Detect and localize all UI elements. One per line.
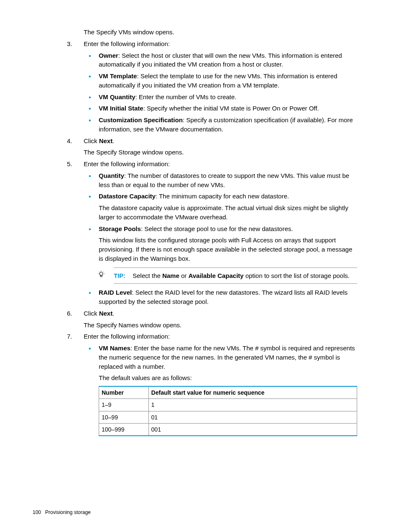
table-cell: 100–999 (99, 423, 149, 436)
table-cell: 1 (148, 399, 357, 411)
step-lead-bold: Next (99, 310, 113, 317)
table-cell: 10–99 (99, 411, 149, 423)
step-number: 6. (67, 309, 72, 318)
step-7-bullets: VM Names: Enter the base name for the ne… (84, 344, 357, 436)
tip-block: TIP: Select the Name or Available Capaci… (114, 267, 357, 284)
document-body: The Specify VMs window opens. 3. Enter t… (67, 28, 357, 436)
bullet-label: VM Initial State (99, 105, 143, 112)
tip-text-pre: Select the (133, 272, 162, 279)
step-3-bullets: Owner: Select the host or cluster that w… (84, 51, 357, 134)
bullet-text: : The number of datastores to create to … (99, 172, 349, 188)
step-after: The Specify Names window opens. (84, 321, 357, 330)
bullet-vm-template: VM Template: Select the template to use … (84, 72, 357, 90)
tip-text-post: option to sort the list of storage pools… (243, 272, 349, 279)
step-4: 4. Click Next. The Specify Storage windo… (67, 136, 357, 157)
table-header-number: Number (99, 386, 149, 399)
bullet-vm-names: VM Names: Enter the base name for the ne… (84, 344, 357, 436)
table-header-default: Default start value for numeric sequence (148, 386, 357, 399)
bullet-vm-quantity: VM Quantity: Enter the number of VMs to … (84, 93, 357, 102)
bullet-storage-pools: Storage Pools: Select the storage pool t… (84, 224, 357, 284)
lightbulb-icon (97, 270, 105, 279)
bullet-vm-initial-state: VM Initial State: Specify whether the in… (84, 104, 357, 113)
step-lead-post: . (113, 137, 114, 144)
bullet-text: : Enter the base name for the new VMs. T… (99, 344, 355, 370)
step-lead-post: . (113, 310, 114, 317)
table-cell: 01 (148, 411, 357, 423)
step-6: 6. Click Next. The Specify Names window … (67, 309, 357, 330)
bullet-label: Storage Pools (99, 225, 141, 232)
step-lead-pre: Click (84, 137, 99, 144)
bullet-label: VM Template (99, 72, 137, 80)
bullet-text: : Specify whether the initial VM state i… (143, 105, 319, 112)
bullet-label: Owner (99, 52, 118, 59)
step-lead: Enter the following information: (84, 160, 170, 167)
step-5-bullets: Quantity: The number of datastores to cr… (84, 171, 357, 306)
step-lead: Enter the following information: (84, 333, 170, 340)
table-cell: 1–9 (99, 399, 149, 411)
bullet-text: : Select the RAID level for the new data… (99, 289, 348, 305)
svg-rect-6 (100, 275, 102, 277)
step-number: 5. (67, 159, 72, 169)
step-number: 7. (67, 332, 72, 341)
bullet-extra: The datastore capacity value is approxim… (99, 203, 357, 222)
step-3: 3. Enter the following information: Owne… (67, 39, 357, 134)
table-header-row: Number Default start value for numeric s… (99, 386, 357, 399)
bullet-text: : Enter the number of VMs to create. (136, 93, 237, 100)
step-7: 7. Enter the following information: VM N… (67, 332, 357, 436)
tip-bold-1: Name (162, 272, 179, 279)
tip-text-mid: or (179, 272, 189, 279)
bullet-label: VM Names (99, 344, 130, 352)
step-number: 3. (67, 39, 72, 49)
bullet-text: : Select the host or cluster that will o… (99, 52, 342, 68)
step-lead: Enter the following information: (84, 40, 170, 47)
svg-line-5 (103, 272, 104, 272)
bullet-label: VM Quantity (99, 93, 136, 100)
bullet-label: RAID Level (99, 289, 132, 296)
svg-line-4 (99, 272, 100, 272)
bullet-label: Quantity (99, 172, 124, 179)
table-row: 10–99 01 (99, 411, 357, 423)
bullet-datastore-capacity: Datastore Capacity: The minimum capacity… (84, 192, 357, 221)
bullet-text: : Select the storage pool to use for the… (141, 225, 293, 232)
step-list: 3. Enter the following information: Owne… (67, 39, 357, 436)
table-cell: 001 (148, 423, 357, 436)
bullet-raid-level: RAID Level: Select the RAID level for th… (84, 288, 357, 306)
tip-bold-2: Available Capacity (188, 272, 243, 279)
step-5: 5. Enter the following information: Quan… (67, 159, 357, 306)
bullet-extra: The default values are as follows: (99, 373, 357, 383)
svg-point-0 (100, 272, 103, 275)
bullet-text: : The minimum capacity for each new data… (156, 193, 289, 200)
step-number: 4. (67, 136, 72, 146)
bullet-owner: Owner: Select the host or cluster that w… (84, 51, 357, 69)
bullet-label: Datastore Capacity (99, 193, 156, 200)
table-row: 100–999 001 (99, 423, 357, 436)
bullet-label: Customization Specification (99, 116, 183, 123)
table-row: 1–9 1 (99, 399, 357, 411)
bullet-quantity: Quantity: The number of datastores to cr… (84, 171, 357, 190)
step-after: The Specify Storage window opens. (84, 148, 357, 157)
bullet-customization: Customization Specification: Specify a c… (84, 116, 357, 134)
bullet-extra: This window lists the configured storage… (99, 236, 357, 263)
sequence-table: Number Default start value for numeric s… (99, 386, 357, 436)
step-lead-bold: Next (99, 137, 113, 144)
tip-label: TIP: (114, 272, 125, 279)
intro-text: The Specify VMs window opens. (84, 28, 357, 37)
step-lead-pre: Click (84, 310, 99, 317)
